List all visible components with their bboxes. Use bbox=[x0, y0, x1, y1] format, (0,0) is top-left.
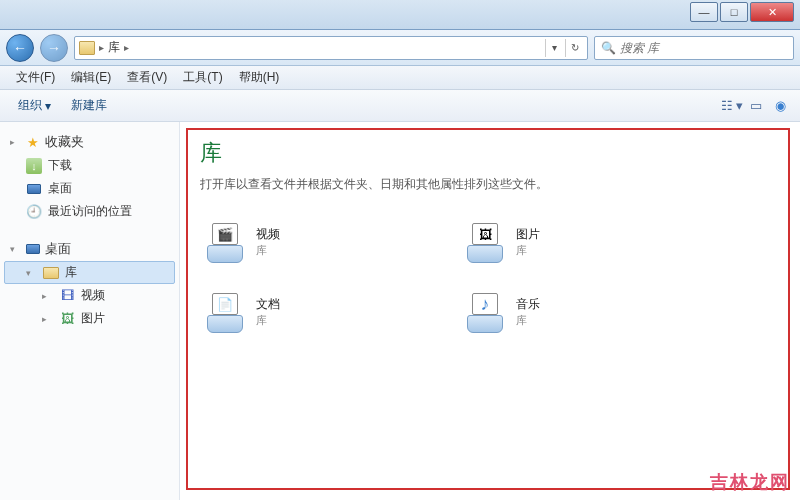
sidebar-desktop-header[interactable]: ▾ 桌面 bbox=[4, 237, 175, 261]
library-name: 文档 bbox=[256, 296, 280, 313]
minimize-button[interactable]: — bbox=[690, 2, 718, 22]
library-sub: 库 bbox=[516, 243, 540, 258]
sidebar-item-desktop[interactable]: 桌面 bbox=[4, 177, 175, 200]
library-grid: 🎬 视频 库 🖼 图片 库 📄 bbox=[200, 217, 680, 337]
menu-tools[interactable]: 工具(T) bbox=[175, 66, 230, 89]
new-library-button[interactable]: 新建库 bbox=[61, 93, 117, 118]
expand-icon[interactable]: ▾ bbox=[26, 268, 37, 278]
sidebar-item-label: 下载 bbox=[48, 157, 72, 174]
library-sub: 库 bbox=[256, 243, 280, 258]
expand-icon[interactable]: ▾ bbox=[10, 244, 21, 254]
toolbar: 组织 ▾ 新建库 ☷ ▾ ▭ ◉ bbox=[0, 90, 800, 122]
search-box[interactable]: 🔍 bbox=[594, 36, 794, 60]
library-item-videos[interactable]: 🎬 视频 库 bbox=[200, 217, 420, 267]
sidebar-item-label: 库 bbox=[65, 264, 77, 281]
video-icon: 🎞 bbox=[59, 288, 75, 304]
organize-label: 组织 bbox=[18, 97, 42, 114]
picture-library-icon: 🖼 bbox=[464, 221, 506, 263]
library-name: 图片 bbox=[516, 226, 540, 243]
navigation-bar: ← → ▸ 库 ▸ ▾ ↻ 🔍 bbox=[0, 30, 800, 66]
search-input[interactable] bbox=[620, 41, 787, 55]
dropdown-icon: ▾ bbox=[45, 99, 51, 113]
sidebar-item-pictures[interactable]: ▸ 🖼 图片 bbox=[4, 307, 175, 330]
desktop-icon bbox=[26, 181, 42, 197]
library-name: 音乐 bbox=[516, 296, 540, 313]
titlebar: — □ ✕ bbox=[0, 0, 800, 30]
organize-button[interactable]: 组织 ▾ bbox=[8, 93, 61, 118]
breadcrumb-separator: ▸ bbox=[124, 42, 129, 53]
close-button[interactable]: ✕ bbox=[750, 2, 794, 22]
search-icon: 🔍 bbox=[601, 41, 616, 55]
library-sub: 库 bbox=[256, 313, 280, 328]
page-description: 打开库以查看文件并根据文件夹、日期和其他属性排列这些文件。 bbox=[200, 176, 780, 193]
sidebar-item-library[interactable]: ▾ 库 bbox=[4, 261, 175, 284]
page-title: 库 bbox=[200, 138, 780, 168]
library-name: 视频 bbox=[256, 226, 280, 243]
sidebar-item-label: 桌面 bbox=[45, 240, 71, 258]
help-button[interactable]: ◉ bbox=[768, 95, 792, 117]
download-icon: ↓ bbox=[26, 158, 42, 174]
recent-icon: 🕘 bbox=[26, 204, 42, 220]
library-icon bbox=[43, 265, 59, 281]
sidebar-item-label: 收藏夹 bbox=[45, 133, 84, 151]
menu-edit[interactable]: 编辑(E) bbox=[63, 66, 119, 89]
address-dropdown[interactable]: ▾ bbox=[545, 39, 563, 57]
music-library-icon: ♪ bbox=[464, 291, 506, 333]
menu-file[interactable]: 文件(F) bbox=[8, 66, 63, 89]
folder-icon bbox=[79, 41, 95, 55]
expand-icon[interactable]: ▸ bbox=[10, 137, 21, 147]
preview-pane-button[interactable]: ▭ bbox=[744, 95, 768, 117]
library-item-pictures[interactable]: 🖼 图片 库 bbox=[460, 217, 680, 267]
library-item-documents[interactable]: 📄 文档 库 bbox=[200, 287, 420, 337]
forward-button[interactable]: → bbox=[40, 34, 68, 62]
back-button[interactable]: ← bbox=[6, 34, 34, 62]
video-library-icon: 🎬 bbox=[204, 221, 246, 263]
sidebar: ▸ ★ 收藏夹 ↓ 下载 桌面 🕘 最近访问的位置 ▾ 桌面 bbox=[0, 122, 180, 500]
document-library-icon: 📄 bbox=[204, 291, 246, 333]
sidebar-favorites-header[interactable]: ▸ ★ 收藏夹 bbox=[4, 130, 175, 154]
content-pane: 库 打开库以查看文件并根据文件夹、日期和其他属性排列这些文件。 🎬 视频 库 🖼… bbox=[180, 122, 800, 500]
library-sub: 库 bbox=[516, 313, 540, 328]
breadcrumb-separator: ▸ bbox=[99, 42, 104, 53]
sidebar-item-label: 视频 bbox=[81, 287, 105, 304]
sidebar-item-downloads[interactable]: ↓ 下载 bbox=[4, 154, 175, 177]
star-icon: ★ bbox=[25, 134, 41, 150]
expand-icon[interactable]: ▸ bbox=[42, 291, 53, 301]
menu-view[interactable]: 查看(V) bbox=[119, 66, 175, 89]
menu-bar: 文件(F) 编辑(E) 查看(V) 工具(T) 帮助(H) bbox=[0, 66, 800, 90]
breadcrumb-location[interactable]: 库 bbox=[108, 39, 120, 56]
sidebar-item-label: 桌面 bbox=[48, 180, 72, 197]
menu-help[interactable]: 帮助(H) bbox=[231, 66, 288, 89]
maximize-button[interactable]: □ bbox=[720, 2, 748, 22]
main-area: ▸ ★ 收藏夹 ↓ 下载 桌面 🕘 最近访问的位置 ▾ 桌面 bbox=[0, 122, 800, 500]
expand-icon[interactable]: ▸ bbox=[42, 314, 53, 324]
sidebar-item-label: 图片 bbox=[81, 310, 105, 327]
refresh-button[interactable]: ↻ bbox=[565, 39, 583, 57]
sidebar-item-recent[interactable]: 🕘 最近访问的位置 bbox=[4, 200, 175, 223]
address-bar[interactable]: ▸ 库 ▸ ▾ ↻ bbox=[74, 36, 588, 60]
sidebar-item-label: 最近访问的位置 bbox=[48, 203, 132, 220]
picture-icon: 🖼 bbox=[59, 311, 75, 327]
sidebar-item-videos[interactable]: ▸ 🎞 视频 bbox=[4, 284, 175, 307]
desktop-icon bbox=[25, 241, 41, 257]
library-item-music[interactable]: ♪ 音乐 库 bbox=[460, 287, 680, 337]
view-options-button[interactable]: ☷ ▾ bbox=[720, 95, 744, 117]
